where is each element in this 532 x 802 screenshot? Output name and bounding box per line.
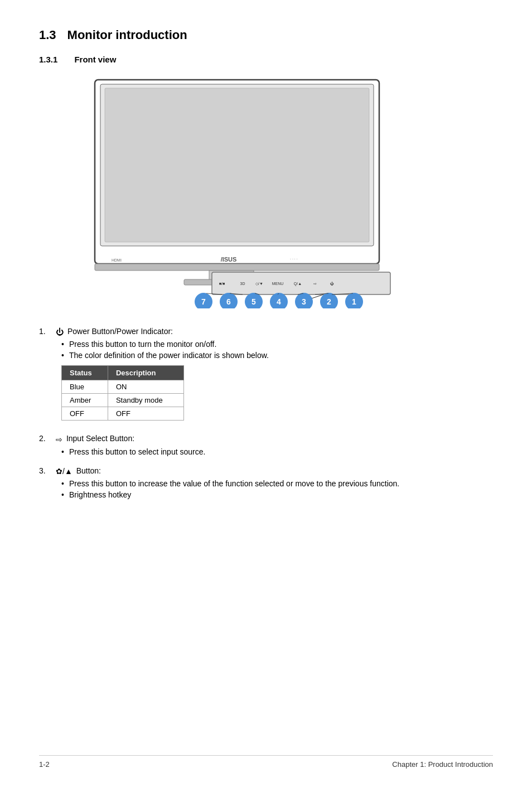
svg-text:⇨: ⇨ (313, 282, 317, 286)
page-footer: 1-2 Chapter 1: Product Introduction (39, 755, 493, 769)
svg-text:5: 5 (252, 297, 256, 306)
section-heading: Monitor introduction (67, 28, 187, 42)
page: 1.3 Monitor introduction 1.3.1 Front vie… (0, 0, 532, 802)
list-item-1: 1. ⏻ Power Button/Power Indicator: Press… (39, 327, 493, 426)
list-item-3: 3. ✿/▲ Button: Press this button to incr… (39, 466, 493, 501)
svg-text:■/■: ■/■ (219, 282, 225, 286)
table-header-status: Status (62, 366, 108, 380)
list-item-2: 2. ⇨ Input Select Button: Press this but… (39, 434, 493, 458)
bullet-list-2: Press this button to select input source… (56, 447, 493, 456)
list-item: Press this button to select input source… (61, 447, 493, 456)
item-number-2: 2. (39, 434, 56, 443)
svg-text:· · · ·: · · · · (290, 257, 298, 261)
input-select-icon: ⇨ (56, 435, 62, 444)
svg-rect-2 (105, 88, 369, 242)
item-number-3: 3. (39, 466, 56, 475)
status-amber: Amber (62, 394, 108, 407)
svg-text:3: 3 (302, 297, 306, 306)
footer-chapter: Chapter 1: Product Introduction (392, 760, 493, 769)
brightness-icon: ✿/▲ (56, 467, 72, 476)
monitor-svg: /ISUS HDMI · · · · ■/■ 3D ◇/▼ MENU Q/▲ ⇨… (84, 74, 396, 310)
svg-text:1: 1 (352, 297, 356, 306)
table-row: Blue ON (62, 380, 184, 394)
list-item: Press this button to increase the value … (61, 479, 493, 488)
svg-rect-3 (95, 264, 379, 270)
table-header-description: Description (108, 366, 183, 380)
svg-text:MENU: MENU (272, 282, 284, 286)
status-off: OFF (62, 407, 108, 421)
item-heading-1: ⏻ Power Button/Power Indicator: (56, 327, 493, 336)
subsection-heading: Front view (74, 55, 116, 64)
section-number: 1.3 (39, 28, 56, 42)
main-content: 1.3 Monitor introduction 1.3.1 Front vie… (39, 28, 493, 755)
svg-text:Q/▲: Q/▲ (294, 282, 302, 286)
section-title: 1.3 Monitor introduction (39, 28, 493, 42)
list-item: The color definition of the power indica… (61, 351, 493, 360)
status-blue: Blue (62, 380, 108, 394)
bullet-list-3: Press this button to increase the value … (56, 479, 493, 499)
items-list: 1. ⏻ Power Button/Power Indicator: Press… (39, 327, 493, 501)
svg-text:2: 2 (327, 297, 331, 306)
item-content-1: ⏻ Power Button/Power Indicator: Press th… (56, 327, 493, 426)
list-item: Press this button to turn the monitor on… (61, 340, 493, 349)
list-item: Brightness hotkey (61, 490, 493, 499)
item-content-2: ⇨ Input Select Button: Press this button… (56, 434, 493, 458)
svg-text:/ISUS: /ISUS (221, 256, 237, 263)
status-table: Status Description Blue ON Amber S (61, 365, 184, 421)
svg-text:7: 7 (201, 297, 206, 306)
footer-page-number: 1-2 (39, 760, 50, 769)
subsection-number: 1.3.1 (39, 55, 57, 64)
table-row: Amber Standby mode (62, 394, 184, 407)
svg-text:3D: 3D (240, 282, 245, 286)
desc-off: OFF (108, 407, 183, 421)
item-heading-2: ⇨ Input Select Button: (56, 434, 493, 443)
svg-text:⏻: ⏻ (330, 282, 334, 286)
item-heading-3: ✿/▲ Button: (56, 466, 493, 476)
item-content-3: ✿/▲ Button: Press this button to increas… (56, 466, 493, 501)
item-number-1: 1. (39, 327, 56, 336)
svg-text:HDMI: HDMI (112, 258, 122, 262)
subsection-title: 1.3.1 Front view (39, 55, 493, 64)
table-row: OFF OFF (62, 407, 184, 421)
monitor-diagram: /ISUS HDMI · · · · ■/■ 3D ◇/▼ MENU Q/▲ ⇨… (84, 74, 396, 310)
desc-on: ON (108, 380, 183, 394)
desc-standby: Standby mode (108, 394, 183, 407)
svg-text:6: 6 (226, 297, 231, 306)
svg-text:◇/▼: ◇/▼ (255, 282, 263, 286)
bullet-list-1: Press this button to turn the monitor on… (56, 340, 493, 360)
power-icon-1: ⏻ (56, 327, 64, 336)
svg-text:4: 4 (277, 297, 281, 306)
